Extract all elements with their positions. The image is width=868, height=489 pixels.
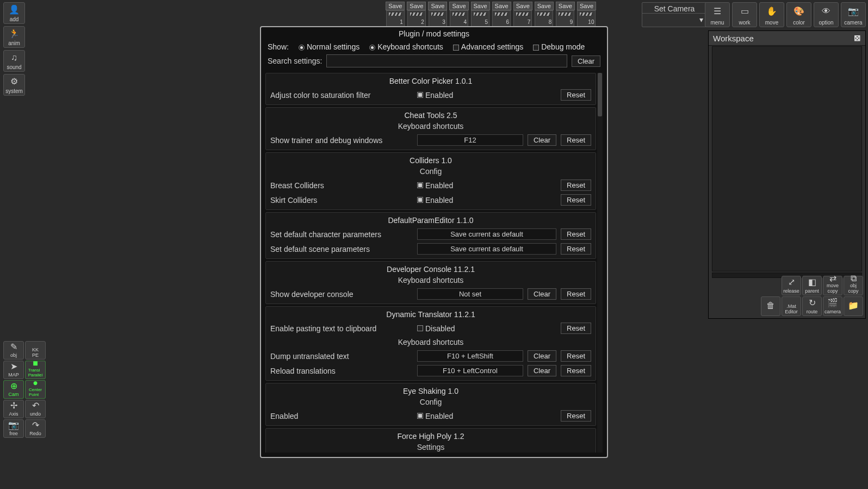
- gear-icon: ⚙: [10, 75, 18, 88]
- ws-route-button[interactable]: ↻route: [802, 296, 822, 316]
- save-slot-8-save[interactable]: Save: [535, 2, 554, 10]
- setting-toggle[interactable]: [417, 197, 423, 203]
- reset-button[interactable]: Reset: [561, 179, 591, 191]
- save-slot-9-save[interactable]: Save: [556, 2, 575, 10]
- workspace-close-icon[interactable]: ⊠: [854, 33, 861, 43]
- ws-folder-button[interactable]: 📁: [844, 296, 863, 316]
- workspace-tree[interactable]: [712, 46, 862, 271]
- save-slot-8-load[interactable]: 8: [535, 10, 553, 27]
- reset-button[interactable]: Reset: [561, 350, 591, 362]
- save-slot-5-load[interactable]: 5: [471, 10, 489, 27]
- center-point-button[interactable]: ●Center Point: [25, 380, 46, 399]
- sound-label: sound: [7, 64, 21, 70]
- work-button[interactable]: ▭work: [732, 2, 757, 27]
- scrollbar-thumb[interactable]: [598, 73, 602, 116]
- save-slot-2-load[interactable]: 2: [407, 10, 426, 27]
- reset-button[interactable]: Reset: [561, 134, 591, 146]
- ws-movecopy-button[interactable]: ⇄move copy: [823, 276, 842, 295]
- obj-button[interactable]: ✎obj: [3, 341, 24, 360]
- free-button[interactable]: 📷free: [3, 419, 24, 438]
- section-title: Eye Shaking 1.0: [270, 387, 591, 395]
- save-slot-7-save[interactable]: Save: [513, 2, 532, 10]
- dot-icon: ●: [33, 379, 38, 387]
- clear-search-button[interactable]: Clear: [572, 55, 600, 67]
- transl-parallel-button[interactable]: ■Transl Parallel: [25, 361, 46, 379]
- clear-button[interactable]: Clear: [528, 365, 556, 376]
- move-button[interactable]: ✋move: [759, 2, 784, 27]
- reset-button[interactable]: Reset: [561, 323, 591, 334]
- save-slot-3-save[interactable]: Save: [428, 2, 447, 10]
- save-slot-1-load[interactable]: 1: [386, 10, 405, 27]
- settings-section: Cheat Tools 2.5Keyboard shortcutsShow tr…: [265, 107, 596, 150]
- filter-advanced[interactable]: Advanced settings: [453, 42, 523, 51]
- keybind-field[interactable]: F10 + LeftControl: [417, 365, 523, 376]
- save-slot-4-save[interactable]: Save: [449, 2, 468, 10]
- rect-icon: ▭: [741, 3, 749, 20]
- setting-label: Enable pasting text to clipboard: [270, 324, 413, 333]
- ws-objcopy-button[interactable]: ⧉obj copy: [844, 276, 863, 295]
- option-button[interactable]: 👁option: [814, 2, 839, 27]
- clear-button[interactable]: Clear: [528, 288, 556, 300]
- save-slot-6-save[interactable]: Save: [492, 2, 511, 10]
- camera-button[interactable]: 📷camera: [841, 2, 866, 27]
- save-slot-7-load[interactable]: 7: [513, 10, 532, 27]
- menu-button[interactable]: ☰menu: [705, 2, 730, 27]
- add-tool-button[interactable]: 👤 add: [3, 2, 25, 24]
- save-slot-4-load[interactable]: 4: [450, 10, 468, 27]
- setting-toggle[interactable]: [417, 325, 423, 331]
- keybind-field[interactable]: F10 + LeftShift: [417, 350, 523, 362]
- action-button[interactable]: Save current as default: [417, 243, 556, 255]
- save-slot-1-save[interactable]: Save: [386, 2, 405, 10]
- kkpe-button[interactable]: KK PE: [25, 341, 46, 360]
- reset-button[interactable]: Reset: [561, 194, 591, 206]
- search-input[interactable]: [326, 54, 567, 67]
- reset-button[interactable]: Reset: [561, 89, 591, 101]
- reset-button[interactable]: Reset: [561, 243, 591, 255]
- keybind-field[interactable]: F12: [417, 134, 523, 146]
- set-camera-dropdown[interactable]: ▾: [642, 13, 706, 25]
- toggle-state-label: Enabled: [425, 91, 453, 100]
- setting-toggle[interactable]: [417, 413, 423, 419]
- section-subheader: Keyboard shortcuts: [270, 276, 591, 284]
- save-slot-3-load[interactable]: 3: [429, 10, 447, 27]
- axis-button[interactable]: ✢Axis: [3, 400, 24, 418]
- setting-toggle[interactable]: [417, 92, 423, 98]
- sound-tool-button[interactable]: ♫ sound: [3, 50, 25, 72]
- clear-button[interactable]: Clear: [528, 350, 556, 362]
- radio-on-icon: [299, 45, 305, 51]
- save-slot-10-load[interactable]: 10: [577, 10, 596, 27]
- clear-button[interactable]: Clear: [528, 134, 556, 146]
- setting-toggle[interactable]: [417, 182, 423, 188]
- ws-mat-button[interactable]: Mat. Editor: [782, 296, 801, 316]
- save-slot-2-save[interactable]: Save: [407, 2, 426, 10]
- reset-button[interactable]: Reset: [561, 288, 591, 300]
- color-button[interactable]: 🎨color: [786, 2, 811, 27]
- filter-debug[interactable]: Debug mode: [533, 42, 585, 51]
- action-button[interactable]: Save current as default: [417, 228, 556, 240]
- settings-scrollbar[interactable]: [597, 73, 603, 453]
- reset-button[interactable]: Reset: [561, 228, 591, 240]
- system-tool-button[interactable]: ⚙ system: [3, 74, 25, 96]
- keybind-field[interactable]: Not set: [417, 288, 523, 300]
- save-slot-6-load[interactable]: 6: [492, 10, 511, 27]
- ws-camera-button[interactable]: 🎬camera: [823, 296, 842, 316]
- reset-button[interactable]: Reset: [561, 365, 591, 376]
- cam-button[interactable]: ⊕Cam: [3, 380, 24, 399]
- clap-icon: 🎬: [827, 297, 838, 309]
- filter-normal[interactable]: Normal settings: [299, 42, 359, 51]
- map-button[interactable]: ➤MAP: [3, 361, 24, 379]
- ws-trash-button[interactable]: 🗑: [761, 296, 780, 316]
- undo-button[interactable]: ↶undo: [25, 400, 46, 418]
- redo-icon: ↷: [32, 420, 39, 431]
- save-slot-5-save[interactable]: Save: [471, 2, 490, 10]
- anim-tool-button[interactable]: 🏃 anim: [3, 26, 25, 48]
- ws-release-button[interactable]: ⤢release: [782, 276, 801, 295]
- redo-button[interactable]: ↷Redo: [25, 419, 46, 438]
- radio-on-icon: [369, 45, 375, 51]
- save-slot-9-load[interactable]: 9: [556, 10, 574, 27]
- filter-keyboard[interactable]: Keyboard shortcuts: [369, 42, 443, 51]
- setting-label: Skirt Colliders: [270, 196, 413, 205]
- save-slot-10-save[interactable]: Save: [577, 2, 596, 10]
- ws-parent-button[interactable]: ◧parent: [802, 276, 822, 295]
- reset-button[interactable]: Reset: [561, 410, 591, 422]
